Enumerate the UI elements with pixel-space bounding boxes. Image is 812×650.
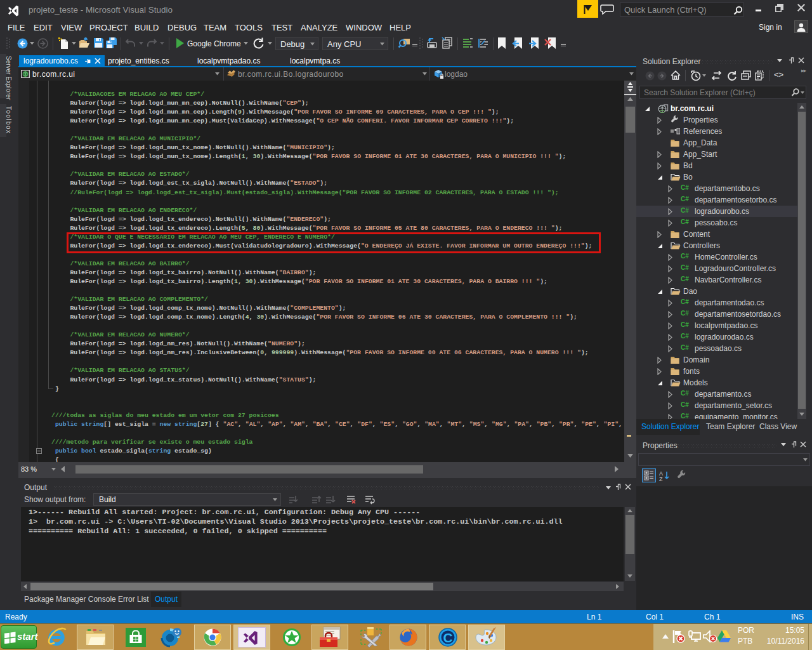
svg-text:C: C [443,630,453,645]
svg-text:Z: Z [659,476,663,481]
